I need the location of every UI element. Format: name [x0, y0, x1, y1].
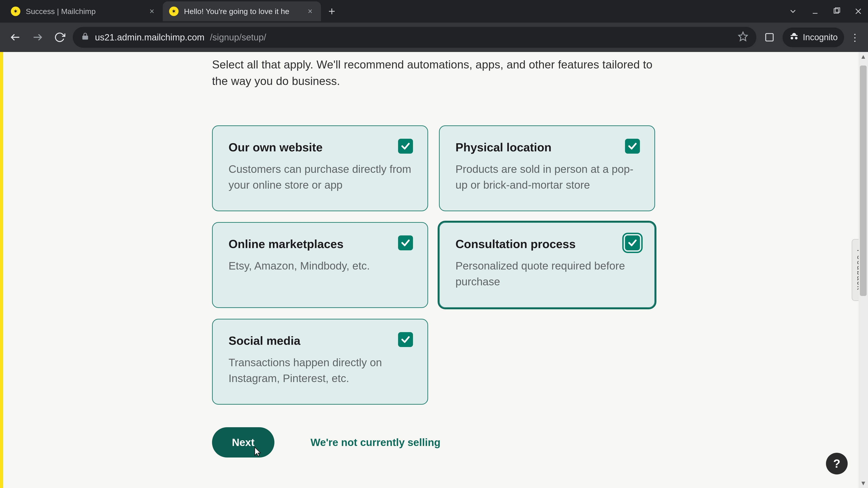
card-sub: Customers can purchase directly from you… — [228, 161, 412, 193]
page-viewport: Select all that apply. We'll recommend a… — [0, 52, 868, 488]
card-sub: Transactions happen directly on Instagra… — [228, 355, 412, 386]
url-host: us21.admin.mailchimp.com — [95, 32, 205, 42]
new-tab-button[interactable]: + — [325, 4, 339, 18]
lock-icon — [81, 32, 90, 43]
card-title: Physical location — [456, 140, 639, 154]
accent-stripe — [0, 52, 3, 488]
card-sub: Personalized quote required before purch… — [456, 258, 639, 289]
mailchimp-favicon-icon: ✶ — [11, 6, 20, 16]
option-cards: Our own website Customers can purchase d… — [212, 125, 655, 404]
card-sub: Products are sold in person at a pop-up … — [456, 161, 639, 193]
browser-toolbar: us21.admin.mailchimp.com/signup/setup/ I… — [0, 23, 868, 52]
reload-button[interactable] — [51, 28, 69, 46]
extensions-icon[interactable] — [761, 28, 778, 46]
forward-button[interactable] — [29, 28, 46, 46]
minimize-icon[interactable] — [811, 7, 819, 15]
card-title: Online marketplaces — [228, 237, 412, 251]
tab-1[interactable]: ✶ Hello! You're going to love it he × — [163, 1, 321, 21]
help-button[interactable]: ? — [826, 453, 848, 475]
card-physical-location[interactable]: Physical location Products are sold in p… — [439, 125, 655, 211]
svg-rect-8 — [766, 34, 773, 41]
chevron-down-icon[interactable] — [788, 7, 798, 16]
kebab-menu-icon[interactable]: ⋮ — [848, 32, 862, 43]
card-title: Our own website — [228, 140, 412, 154]
scroll-up-icon[interactable]: ▲ — [859, 52, 868, 61]
mailchimp-favicon-icon: ✶ — [169, 6, 179, 16]
svg-marker-7 — [739, 32, 747, 40]
tab-1-title: Hello! You're going to love it he — [184, 7, 300, 16]
window-controls — [788, 0, 868, 23]
checkbox-icon[interactable] — [625, 139, 640, 154]
tab-strip: ✶ Success | Mailchimp × ✶ Hello! You're … — [0, 0, 339, 23]
intro-text: Select all that apply. We'll recommend a… — [212, 52, 655, 92]
checkbox-icon[interactable] — [398, 332, 413, 347]
card-own-website[interactable]: Our own website Customers can purchase d… — [212, 125, 428, 211]
browser-titlebar: ✶ Success | Mailchimp × ✶ Hello! You're … — [0, 0, 868, 23]
next-button[interactable]: Next — [212, 427, 274, 457]
close-window-icon[interactable] — [854, 7, 863, 15]
card-online-marketplaces[interactable]: Online marketplaces Etsy, Amazon, Mindbo… — [212, 222, 428, 308]
card-consultation-process[interactable]: Consultation process Personalized quote … — [439, 222, 655, 308]
checkbox-icon[interactable] — [398, 235, 413, 250]
close-icon[interactable]: × — [147, 7, 156, 16]
address-bar[interactable]: us21.admin.mailchimp.com/signup/setup/ — [73, 27, 756, 48]
scrollbar[interactable]: ▲ ▼ — [859, 52, 868, 488]
bookmark-icon[interactable] — [738, 31, 748, 43]
url-path: /signup/setup/ — [210, 32, 266, 42]
tab-0-title: Success | Mailchimp — [26, 7, 142, 16]
incognito-label: Incognito — [803, 33, 838, 42]
scroll-down-icon[interactable]: ▼ — [859, 479, 868, 488]
card-title: Social media — [228, 334, 412, 348]
incognito-badge[interactable]: Incognito — [782, 28, 844, 47]
card-social-media[interactable]: Social media Transactions happen directl… — [212, 319, 428, 404]
not-selling-link[interactable]: We're not currently selling — [311, 436, 440, 449]
close-icon[interactable]: × — [306, 7, 315, 16]
scroll-thumb[interactable] — [860, 66, 867, 296]
form-actions: Next We're not currently selling — [212, 427, 655, 457]
maximize-icon[interactable] — [833, 7, 840, 15]
incognito-icon — [789, 31, 799, 43]
card-title: Consultation process — [456, 237, 639, 251]
checkbox-icon[interactable] — [398, 139, 413, 154]
checkbox-icon[interactable] — [625, 235, 640, 250]
card-sub: Etsy, Amazon, Mindbody, etc. — [228, 258, 412, 274]
tab-0[interactable]: ✶ Success | Mailchimp × — [4, 1, 163, 21]
back-button[interactable] — [6, 28, 24, 46]
main-content: Select all that apply. We'll recommend a… — [212, 52, 655, 457]
